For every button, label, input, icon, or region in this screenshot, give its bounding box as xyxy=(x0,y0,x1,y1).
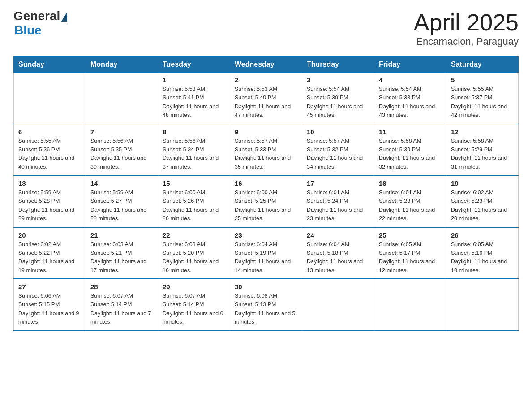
day-info: Sunrise: 6:07 AMSunset: 5:14 PMDaylight:… xyxy=(163,292,225,327)
calendar-week-row: 1Sunrise: 5:53 AMSunset: 5:41 PMDaylight… xyxy=(14,73,519,124)
day-info: Sunrise: 6:02 AMSunset: 5:23 PMDaylight:… xyxy=(451,188,514,223)
day-number: 20 xyxy=(18,231,81,239)
day-number: 22 xyxy=(163,231,225,239)
day-number: 26 xyxy=(451,231,514,239)
day-info: Sunrise: 6:02 AMSunset: 5:22 PMDaylight:… xyxy=(18,240,81,275)
day-info: Sunrise: 5:54 AMSunset: 5:38 PMDaylight:… xyxy=(379,85,442,120)
day-number: 3 xyxy=(307,76,369,84)
day-info: Sunrise: 6:06 AMSunset: 5:15 PMDaylight:… xyxy=(18,292,81,327)
calendar-week-row: 6Sunrise: 5:55 AMSunset: 5:36 PMDaylight… xyxy=(14,124,519,176)
logo: General Blue xyxy=(13,9,67,38)
calendar-cell xyxy=(86,73,158,124)
day-info: Sunrise: 5:55 AMSunset: 5:37 PMDaylight:… xyxy=(451,85,514,120)
day-number: 1 xyxy=(163,76,225,84)
calendar-cell: 1Sunrise: 5:53 AMSunset: 5:41 PMDaylight… xyxy=(158,73,230,124)
calendar-cell: 22Sunrise: 6:03 AMSunset: 5:20 PMDayligh… xyxy=(158,227,230,279)
weekday-header-tuesday: Tuesday xyxy=(158,57,230,73)
day-number: 4 xyxy=(379,76,442,84)
calendar-table: SundayMondayTuesdayWednesdayThursdayFrid… xyxy=(13,56,519,331)
calendar-cell: 6Sunrise: 5:55 AMSunset: 5:36 PMDaylight… xyxy=(14,124,86,176)
day-info: Sunrise: 5:53 AMSunset: 5:41 PMDaylight:… xyxy=(163,85,225,120)
day-info: Sunrise: 5:55 AMSunset: 5:36 PMDaylight:… xyxy=(18,137,81,172)
day-info: Sunrise: 5:56 AMSunset: 5:34 PMDaylight:… xyxy=(163,137,225,172)
day-number: 14 xyxy=(90,180,153,187)
calendar-cell: 10Sunrise: 5:57 AMSunset: 5:32 PMDayligh… xyxy=(302,124,374,176)
day-number: 29 xyxy=(163,283,225,291)
day-info: Sunrise: 5:57 AMSunset: 5:33 PMDaylight:… xyxy=(235,137,297,172)
calendar-cell: 8Sunrise: 5:56 AMSunset: 5:34 PMDaylight… xyxy=(158,124,230,176)
day-info: Sunrise: 6:03 AMSunset: 5:21 PMDaylight:… xyxy=(90,240,153,275)
day-number: 2 xyxy=(235,76,297,84)
day-number: 25 xyxy=(379,231,442,239)
day-number: 24 xyxy=(307,231,369,239)
calendar-cell: 30Sunrise: 6:08 AMSunset: 5:13 PMDayligh… xyxy=(230,279,302,331)
day-number: 8 xyxy=(163,128,225,136)
calendar-cell: 3Sunrise: 5:54 AMSunset: 5:39 PMDaylight… xyxy=(302,73,374,124)
day-number: 28 xyxy=(90,283,153,291)
day-info: Sunrise: 6:07 AMSunset: 5:14 PMDaylight:… xyxy=(90,292,153,327)
day-info: Sunrise: 6:03 AMSunset: 5:20 PMDaylight:… xyxy=(163,240,225,275)
day-number: 23 xyxy=(235,231,297,239)
calendar-cell: 17Sunrise: 6:01 AMSunset: 5:24 PMDayligh… xyxy=(302,176,374,227)
calendar-cell: 23Sunrise: 6:04 AMSunset: 5:19 PMDayligh… xyxy=(230,227,302,279)
day-info: Sunrise: 5:59 AMSunset: 5:28 PMDaylight:… xyxy=(18,188,81,223)
day-info: Sunrise: 6:01 AMSunset: 5:23 PMDaylight:… xyxy=(379,188,442,223)
calendar-cell: 11Sunrise: 5:58 AMSunset: 5:30 PMDayligh… xyxy=(374,124,446,176)
day-number: 13 xyxy=(18,180,81,187)
calendar-cell: 4Sunrise: 5:54 AMSunset: 5:38 PMDaylight… xyxy=(374,73,446,124)
calendar-cell: 13Sunrise: 5:59 AMSunset: 5:28 PMDayligh… xyxy=(14,176,86,227)
calendar-cell: 15Sunrise: 6:00 AMSunset: 5:26 PMDayligh… xyxy=(158,176,230,227)
calendar-cell: 27Sunrise: 6:06 AMSunset: 5:15 PMDayligh… xyxy=(14,279,86,331)
weekday-header-row: SundayMondayTuesdayWednesdayThursdayFrid… xyxy=(14,57,519,73)
day-number: 16 xyxy=(235,180,297,187)
weekday-header-saturday: Saturday xyxy=(446,57,519,73)
day-number: 17 xyxy=(307,180,369,187)
day-number: 30 xyxy=(235,283,297,291)
day-number: 11 xyxy=(379,128,442,136)
day-info: Sunrise: 6:00 AMSunset: 5:25 PMDaylight:… xyxy=(235,188,297,223)
calendar-cell: 12Sunrise: 5:58 AMSunset: 5:29 PMDayligh… xyxy=(446,124,519,176)
calendar-cell: 9Sunrise: 5:57 AMSunset: 5:33 PMDaylight… xyxy=(230,124,302,176)
day-number: 7 xyxy=(90,128,153,136)
day-number: 15 xyxy=(163,180,225,187)
calendar-cell: 7Sunrise: 5:56 AMSunset: 5:35 PMDaylight… xyxy=(86,124,158,176)
day-number: 5 xyxy=(451,76,514,84)
day-number: 12 xyxy=(451,128,514,136)
calendar-cell: 21Sunrise: 6:03 AMSunset: 5:21 PMDayligh… xyxy=(86,227,158,279)
day-number: 27 xyxy=(18,283,81,291)
day-info: Sunrise: 5:58 AMSunset: 5:30 PMDaylight:… xyxy=(379,137,442,172)
day-number: 6 xyxy=(18,128,81,136)
calendar-cell: 20Sunrise: 6:02 AMSunset: 5:22 PMDayligh… xyxy=(14,227,86,279)
day-number: 10 xyxy=(307,128,369,136)
calendar-cell: 29Sunrise: 6:07 AMSunset: 5:14 PMDayligh… xyxy=(158,279,230,331)
day-info: Sunrise: 6:08 AMSunset: 5:13 PMDaylight:… xyxy=(235,292,297,327)
day-info: Sunrise: 6:05 AMSunset: 5:16 PMDaylight:… xyxy=(451,240,514,275)
day-info: Sunrise: 5:53 AMSunset: 5:40 PMDaylight:… xyxy=(235,85,297,120)
weekday-header-sunday: Sunday xyxy=(14,57,86,73)
weekday-header-wednesday: Wednesday xyxy=(230,57,302,73)
calendar-week-row: 13Sunrise: 5:59 AMSunset: 5:28 PMDayligh… xyxy=(14,176,519,227)
calendar-cell: 24Sunrise: 6:04 AMSunset: 5:18 PMDayligh… xyxy=(302,227,374,279)
calendar-cell xyxy=(14,73,86,124)
day-info: Sunrise: 6:05 AMSunset: 5:17 PMDaylight:… xyxy=(379,240,442,275)
day-info: Sunrise: 6:00 AMSunset: 5:26 PMDaylight:… xyxy=(163,188,225,223)
weekday-header-thursday: Thursday xyxy=(302,57,374,73)
calendar-week-row: 20Sunrise: 6:02 AMSunset: 5:22 PMDayligh… xyxy=(14,227,519,279)
calendar-cell xyxy=(374,279,446,331)
month-title: April 2025 xyxy=(414,9,519,36)
weekday-header-friday: Friday xyxy=(374,57,446,73)
calendar-cell: 14Sunrise: 5:59 AMSunset: 5:27 PMDayligh… xyxy=(86,176,158,227)
day-number: 18 xyxy=(379,180,442,187)
day-info: Sunrise: 6:04 AMSunset: 5:19 PMDaylight:… xyxy=(235,240,297,275)
calendar-cell: 28Sunrise: 6:07 AMSunset: 5:14 PMDayligh… xyxy=(86,279,158,331)
calendar-cell: 25Sunrise: 6:05 AMSunset: 5:17 PMDayligh… xyxy=(374,227,446,279)
calendar-cell xyxy=(302,279,374,331)
logo-general-text: General xyxy=(13,9,60,23)
day-number: 9 xyxy=(235,128,297,136)
calendar-cell: 16Sunrise: 6:00 AMSunset: 5:25 PMDayligh… xyxy=(230,176,302,227)
day-info: Sunrise: 5:57 AMSunset: 5:32 PMDaylight:… xyxy=(307,137,369,172)
day-number: 19 xyxy=(451,180,514,187)
logo-blue-text: Blue xyxy=(14,23,42,38)
calendar-cell: 18Sunrise: 6:01 AMSunset: 5:23 PMDayligh… xyxy=(374,176,446,227)
day-info: Sunrise: 6:04 AMSunset: 5:18 PMDaylight:… xyxy=(307,240,369,275)
